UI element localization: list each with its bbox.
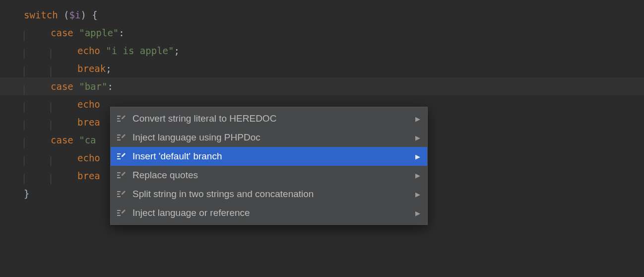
intention-actions-popup: Convert string literal to HEREDOC▶Inject… — [110, 107, 428, 225]
code-token — [73, 135, 79, 145]
chevron-right-icon: ▶ — [415, 115, 420, 123]
code-token: "i is apple" — [106, 45, 174, 56]
intention-pencil-icon — [116, 132, 127, 143]
code-token: ( — [64, 9, 69, 20]
code-line[interactable]: break; — [0, 60, 644, 77]
intention-item[interactable]: Replace quotes▶ — [111, 166, 427, 185]
code-token: switch — [24, 9, 58, 20]
code-line[interactable]: case "bar": — [0, 77, 644, 95]
code-line[interactable]: echo "i is apple"; — [0, 42, 644, 60]
code-token: "apple" — [79, 27, 119, 38]
intention-pencil-icon — [116, 113, 127, 124]
code-token: case — [51, 81, 73, 92]
code-token: echo — [77, 45, 100, 56]
code-token — [73, 81, 79, 92]
code-line[interactable]: switch ($i) { — [0, 6, 644, 24]
chevron-right-icon: ▶ — [415, 191, 420, 198]
code-token: case — [51, 27, 73, 38]
chevron-right-icon: ▶ — [415, 172, 420, 179]
code-token: ; — [174, 45, 180, 56]
code-token: "ca — [79, 135, 96, 145]
code-token: "bar" — [79, 81, 107, 92]
intention-pencil-icon — [116, 151, 127, 162]
code-token: brea — [77, 117, 100, 128]
intention-pencil-icon — [116, 208, 127, 218]
code-token: brea — [77, 170, 100, 181]
intention-item-label: Split string in two strings and concaten… — [132, 189, 410, 200]
intention-item[interactable]: Inject language using PHPDoc▶ — [111, 128, 427, 147]
code-token: case — [51, 135, 73, 145]
code-token: echo — [77, 99, 100, 110]
code-token: break — [77, 63, 106, 74]
chevron-right-icon: ▶ — [415, 153, 420, 160]
code-token: echo — [77, 152, 100, 163]
code-token: : — [107, 81, 113, 92]
code-token — [100, 45, 106, 56]
code-token — [73, 27, 79, 38]
code-editor[interactable]: switch ($i) {case "apple":echo "i is app… — [0, 0, 644, 277]
code-token: ; — [106, 63, 111, 74]
intention-item-label: Insert 'default' branch — [132, 151, 410, 162]
code-line[interactable]: case "apple": — [0, 24, 644, 42]
intention-item-label: Replace quotes — [132, 170, 410, 181]
intention-item[interactable]: Convert string literal to HEREDOC▶ — [111, 109, 427, 128]
intention-item[interactable]: Insert 'default' branch▶ — [111, 147, 427, 166]
intention-item[interactable]: Split string in two strings and concaten… — [111, 185, 427, 204]
intention-item-label: Convert string literal to HEREDOC — [132, 113, 410, 124]
code-token: ) { — [80, 9, 97, 20]
code-token — [58, 9, 64, 20]
code-token: $i — [69, 9, 81, 20]
code-token: : — [119, 27, 124, 38]
intention-pencil-icon — [116, 170, 127, 181]
intention-item-label: Inject language using PHPDoc — [132, 132, 410, 143]
code-token: } — [24, 188, 29, 199]
intention-item-label: Inject language or reference — [132, 208, 410, 218]
chevron-right-icon: ▶ — [415, 209, 420, 217]
chevron-right-icon: ▶ — [415, 134, 420, 141]
intention-pencil-icon — [116, 189, 127, 200]
intention-item[interactable]: Inject language or reference▶ — [111, 204, 427, 222]
